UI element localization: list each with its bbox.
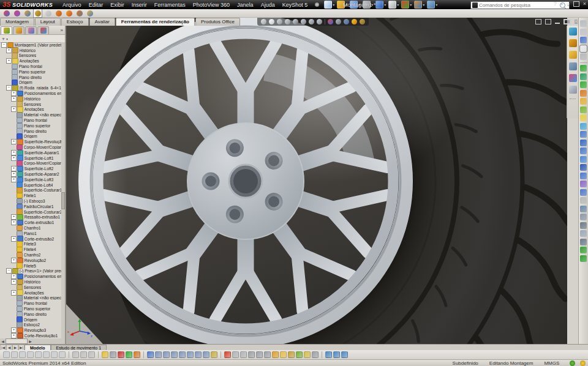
tree-item-posicionamentos-em-m[interactable]: +Posicionamentos em M bbox=[0, 274, 61, 279]
tab-avaliar[interactable]: Avaliar bbox=[89, 18, 115, 26]
tree-item-anota-es[interactable]: +Anotações bbox=[0, 290, 61, 296]
bottom-tool-icon-4-8[interactable] bbox=[288, 351, 295, 358]
menu-exibir[interactable]: Exibir bbox=[107, 1, 128, 9]
tree-item-hist-rico[interactable]: +Histórico bbox=[0, 279, 61, 285]
close-button[interactable]: × bbox=[583, 1, 586, 7]
performance-evaluation-icon[interactable] bbox=[580, 197, 587, 204]
tree-item-plano-frontal[interactable]: Plano frontal bbox=[0, 301, 61, 306]
tree-item-anota-es[interactable]: +Anotações bbox=[0, 58, 61, 64]
bottom-tool-icon-0-0[interactable] bbox=[3, 351, 10, 358]
tree-item-esbo-o2[interactable]: Esboço2 bbox=[0, 322, 61, 327]
tree-item-corpo-mover-copiar2[interactable]: Corpo-Mover/Copiar2 bbox=[0, 161, 61, 166]
bottom-tool-icon-3-3[interactable] bbox=[171, 351, 178, 358]
expand-icon[interactable]: + bbox=[11, 220, 17, 225]
select-icon[interactable]: ▾ bbox=[388, 1, 399, 9]
search-input[interactable] bbox=[479, 2, 560, 8]
bottom-tool-icon-2-0[interactable] bbox=[102, 351, 108, 358]
tree-item-origem[interactable]: Origem bbox=[0, 80, 61, 86]
featuremanager-tab[interactable] bbox=[1, 26, 12, 34]
tree-item-sensores[interactable]: Sensores bbox=[0, 285, 61, 290]
panel-scroll-thumb[interactable] bbox=[61, 192, 65, 209]
tree-item-superf-cie-aparar2[interactable]: +Superfície-Aparar2 bbox=[0, 171, 61, 177]
filter-caret-icon[interactable]: ▾ bbox=[6, 37, 8, 41]
apply-scene-icon[interactable] bbox=[336, 19, 341, 24]
undo-icon[interactable]: ▾ bbox=[375, 1, 386, 9]
tree-item-filete1[interactable]: Filete1 bbox=[0, 193, 61, 198]
previous-view-icon[interactable] bbox=[285, 19, 290, 24]
bottom-tool-icon-0-4[interactable] bbox=[35, 351, 42, 358]
tree-item-corpo-mover-copiar1[interactable]: Corpo-Mover/Copiar1 bbox=[0, 144, 61, 150]
bottom-tool-icon-4-7[interactable] bbox=[280, 351, 287, 358]
tree-item-hist-rico[interactable]: +Histórico bbox=[0, 96, 61, 102]
bottom-tool-icon-2-2[interactable] bbox=[118, 351, 124, 358]
pattern-component-icon[interactable] bbox=[580, 81, 587, 88]
tree-item-f-roda-raiada-6-4-1-va[interactable]: −(f) Roda_raiada_6-4<1> (Va bbox=[0, 85, 61, 91]
tree-item-corte-extrus-o2[interactable]: +Corte-extrusão2 bbox=[0, 236, 61, 242]
pane-left-icon[interactable] bbox=[535, 19, 541, 24]
view-orientation-icon[interactable] bbox=[301, 19, 306, 24]
expand-icon[interactable]: + bbox=[11, 106, 17, 112]
expand-icon[interactable]: + bbox=[11, 91, 17, 96]
zoom-area-icon[interactable] bbox=[277, 19, 282, 24]
eraser-icon[interactable] bbox=[580, 29, 587, 35]
new-motion-study-icon[interactable] bbox=[580, 131, 587, 138]
hide-show-items-icon[interactable] bbox=[317, 19, 322, 24]
help-caret-icon[interactable]: ▾ bbox=[561, 2, 563, 6]
tree-item-pneu-1-valor-predete[interactable]: −(-) Pneu<1> (Valor predete bbox=[0, 268, 61, 274]
tree-item-superf-cie-loft4[interactable]: Superfície-Loft4 bbox=[0, 182, 61, 188]
menu-editar[interactable]: Editar bbox=[85, 1, 107, 9]
panel-chevron-icon[interactable]: » bbox=[61, 28, 63, 33]
assembly-visualization-icon[interactable] bbox=[580, 189, 587, 196]
bottom-tool-icon-1-1[interactable] bbox=[80, 351, 87, 358]
bottom-tool-icon-3-7[interactable] bbox=[203, 351, 209, 358]
tree-item-material-n-o-especifica[interactable]: Material <não especifica bbox=[0, 295, 61, 301]
tree-item-sensores[interactable]: Sensores bbox=[0, 53, 61, 59]
expand-icon[interactable]: − bbox=[6, 85, 12, 91]
expand-icon[interactable]: + bbox=[11, 166, 17, 171]
minimize-icon[interactable] bbox=[555, 20, 560, 24]
bottom-tool-icon-3-1[interactable] bbox=[155, 351, 162, 358]
tree-item-superf-cie-aparar1[interactable]: +Superfície-Aparar1 bbox=[0, 150, 61, 155]
bottom-tool-icon-0-5[interactable] bbox=[43, 351, 50, 358]
edit-decal-icon[interactable] bbox=[33, 9, 42, 18]
show-hidden-icon[interactable] bbox=[580, 106, 587, 113]
bottom-tool-icon-0-3[interactable] bbox=[27, 351, 34, 358]
tree-item-plano-superior[interactable]: Plano superior bbox=[0, 123, 61, 129]
bottom-tool-icon-3-2[interactable] bbox=[163, 351, 170, 358]
rebuild-icon-caret[interactable]: ▾ bbox=[410, 2, 412, 7]
tree-item-chanfro2[interactable]: Chanfro2 bbox=[0, 252, 61, 258]
tree-item-ressalto-extrus-o1[interactable]: +Ressalto-extrusão1 bbox=[0, 215, 61, 220]
tree-item-superf-cie-costurar2[interactable]: Superfície-Costurar2 bbox=[0, 209, 61, 215]
bottom-tool-icon-1-2[interactable] bbox=[88, 351, 95, 358]
bottom-tool-icon-0-6[interactable] bbox=[51, 351, 58, 358]
hole-alignment-icon[interactable] bbox=[580, 181, 587, 187]
menu-ajuda[interactable]: Ajuda bbox=[257, 1, 279, 9]
view-settings-icon[interactable] bbox=[344, 19, 349, 24]
expand-icon[interactable]: + bbox=[11, 258, 17, 263]
filter-icon[interactable] bbox=[580, 20, 587, 27]
bottom-tool-icon-1-0[interactable] bbox=[72, 351, 79, 358]
options-icon[interactable] bbox=[414, 1, 422, 9]
pane-right-icon[interactable] bbox=[545, 19, 551, 24]
expand-icon[interactable]: − bbox=[6, 268, 12, 274]
expand-icon[interactable]: + bbox=[11, 171, 17, 177]
bottom-tool-icon-0-1[interactable] bbox=[11, 351, 18, 358]
tree-item-posicionamentos-em-m[interactable]: +Posicionamentos em M bbox=[0, 91, 61, 96]
bottom-tool-icon-4-11[interactable] bbox=[312, 351, 318, 358]
bottom-tool-icon-0-2[interactable] bbox=[19, 351, 26, 358]
edit-appearance-icon[interactable] bbox=[2, 9, 11, 18]
bottom-tool-icon-4-2[interactable] bbox=[240, 351, 247, 358]
tree-item-plano-frontal[interactable]: Plano frontal bbox=[0, 64, 61, 69]
insert-component-icon[interactable] bbox=[580, 65, 587, 72]
tab-produtos-office[interactable]: Produtos Office bbox=[195, 18, 240, 26]
options-icon[interactable]: ▾ bbox=[413, 1, 425, 9]
tree-item-esbo-o3[interactable]: (-) Esboço3 bbox=[0, 198, 61, 204]
new-document-icon[interactable]: ▾ bbox=[323, 1, 335, 9]
expand-icon[interactable]: + bbox=[11, 333, 17, 338]
reference-geometry-icon[interactable] bbox=[580, 123, 587, 130]
expand-icon[interactable]: + bbox=[11, 236, 17, 242]
expand-icon[interactable]: + bbox=[11, 214, 17, 220]
bottom-tool-icon-4-1[interactable] bbox=[232, 351, 239, 358]
bottom-tool-icon-0-7[interactable] bbox=[59, 351, 66, 358]
edit-scene-icon[interactable] bbox=[23, 9, 32, 18]
